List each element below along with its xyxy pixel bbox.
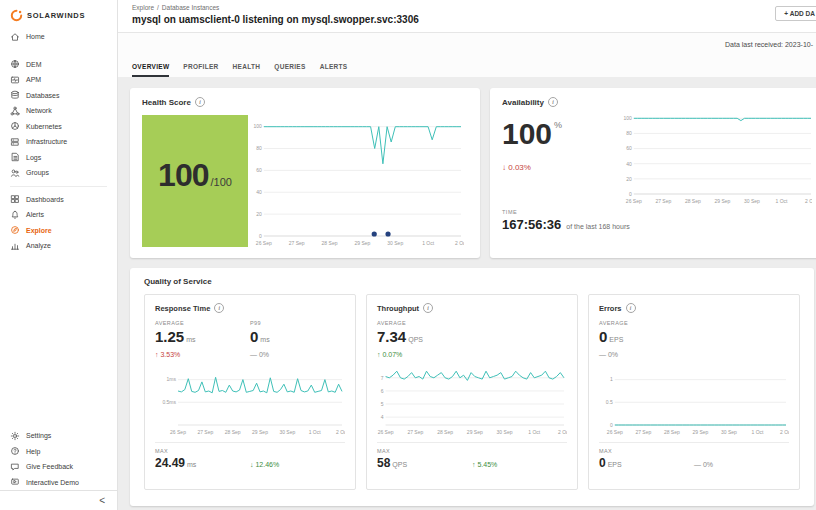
main-area: Explore / Database Instances mysql on ua…: [118, 0, 816, 510]
sidebar-item-explore[interactable]: Explore: [0, 223, 117, 239]
average-label: AVERAGE: [599, 320, 694, 326]
throughput-average: 7.34QPS: [377, 328, 472, 345]
sidebar-item-give-feedback[interactable]: Give Feedback: [0, 459, 117, 475]
sidebar-item-analyze[interactable]: Analyze: [0, 238, 117, 254]
svg-text:0: 0: [629, 191, 632, 197]
sidebar-item-label: Kubernetes: [26, 123, 62, 130]
availability-delta: ↓ 0.03%: [502, 163, 618, 172]
document-icon: [10, 152, 20, 162]
sidebar-item-label: Home: [26, 33, 45, 40]
response-time-panel: Response Time i AVERAGE P99 1.25ms 0ms: [144, 294, 356, 490]
sidebar-item-home[interactable]: Home: [0, 29, 117, 45]
breadcrumb-explore[interactable]: Explore: [132, 4, 154, 11]
svg-text:4: 4: [381, 414, 384, 420]
tab-profiler[interactable]: PROFILER: [183, 63, 218, 77]
svg-text:0.5: 0.5: [606, 399, 613, 405]
info-icon[interactable]: i: [548, 97, 558, 107]
svg-text:60: 60: [256, 167, 262, 173]
max-label: MAX: [599, 448, 789, 454]
sidebar-item-label: Analyze: [26, 242, 51, 249]
sidebar: SOLARWINDS Home DEM APM Databases Networ…: [0, 0, 118, 510]
response-time-p99: 0ms: [250, 328, 345, 345]
sidebar-item-label: Interactive Demo: [26, 479, 79, 486]
svg-text:29 Sep: 29 Sep: [252, 429, 268, 435]
svg-text:60: 60: [626, 145, 632, 151]
svg-text:27 Sep: 27 Sep: [197, 429, 213, 435]
sidebar-item-settings[interactable]: Settings: [0, 428, 117, 444]
sidebar-item-help[interactable]: Help: [0, 444, 117, 460]
breadcrumb-database-instances[interactable]: Database Instances: [162, 4, 219, 11]
sidebar-item-label: DEM: [26, 61, 42, 68]
network-icon: [10, 106, 20, 116]
quality-of-service-card: Quality of Service Response Time i AVERA…: [130, 268, 814, 506]
svg-text:40: 40: [256, 189, 262, 195]
availability-card: Availability i 100% ↓ 0.03% 100806040200…: [490, 88, 816, 258]
svg-text:27 Sep: 27 Sep: [407, 429, 423, 435]
svg-text:26 Sep: 26 Sep: [170, 429, 186, 435]
logo-text: SOLARWINDS: [27, 11, 85, 20]
availability-chart: 10080604020026 Sep27 Sep28 Sep29 Sep30 S…: [618, 109, 812, 205]
sidebar-item-interactive-demo[interactable]: Interactive Demo: [0, 475, 117, 491]
sidebar-item-infrastructure[interactable]: Infrastructure: [0, 134, 117, 150]
sidebar-item-logs[interactable]: Logs: [0, 150, 117, 166]
server-icon: [10, 137, 20, 147]
svg-text:0: 0: [610, 422, 613, 428]
sidebar-collapse-button[interactable]: <: [0, 490, 117, 510]
sidebar-item-databases[interactable]: Databases: [0, 88, 117, 104]
sidebar-item-label: Give Feedback: [26, 463, 73, 470]
sidebar-item-label: APM: [26, 76, 41, 83]
sidebar-item-dashboards[interactable]: Dashboards: [0, 192, 117, 208]
feedback-bubble-icon: [10, 462, 20, 472]
svg-text:100: 100: [623, 115, 632, 121]
tab-overview[interactable]: OVERVIEW: [132, 63, 169, 77]
svg-text:1ms: 1ms: [167, 376, 177, 382]
sidebar-item-kubernetes[interactable]: Kubernetes: [0, 119, 117, 135]
svg-text:26 Sep: 26 Sep: [256, 240, 272, 246]
info-icon[interactable]: i: [195, 97, 205, 107]
tab-health[interactable]: HEALTH: [233, 63, 261, 77]
unit-ms: ms: [187, 461, 196, 468]
p99-label: P99: [250, 320, 345, 326]
gear-icon: [10, 431, 20, 441]
unit-ms: ms: [186, 336, 195, 343]
errors-chart: 10.5026 Sep27 Sep28 Sep29 Sep30 Sep1 Oct…: [599, 362, 789, 436]
availability-unit: %: [554, 120, 562, 130]
add-database-button[interactable]: + ADD DA: [775, 6, 816, 21]
svg-text:2 Oct: 2 Oct: [805, 198, 812, 204]
svg-text:30 Sep: 30 Sep: [279, 429, 295, 435]
svg-text:27 Sep: 27 Sep: [289, 240, 305, 246]
svg-text:27 Sep: 27 Sep: [655, 198, 671, 204]
svg-text:0: 0: [259, 233, 262, 239]
unit-eps: EPS: [609, 336, 623, 343]
sidebar-item-label: Explore: [26, 227, 52, 234]
sidebar-item-groups[interactable]: Groups: [0, 165, 117, 181]
sidebar-item-alerts[interactable]: Alerts: [0, 207, 117, 223]
home-icon: [10, 32, 20, 42]
tab-queries[interactable]: QUERIES: [274, 63, 305, 77]
info-icon[interactable]: i: [423, 303, 433, 313]
svg-text:29 Sep: 29 Sep: [692, 429, 708, 435]
info-icon[interactable]: i: [626, 303, 636, 313]
tab-alerts[interactable]: ALERTS: [320, 63, 348, 77]
svg-text:1 Oct: 1 Oct: [528, 429, 541, 435]
throughput-max-delta: ↑ 5.45%: [472, 461, 567, 468]
sidebar-item-apm[interactable]: APM: [0, 72, 117, 88]
svg-text:26 Sep: 26 Sep: [378, 429, 394, 435]
info-icon[interactable]: i: [214, 303, 224, 313]
sidebar-item-label: Settings: [26, 432, 51, 439]
sidebar-item-dem[interactable]: DEM: [0, 57, 117, 73]
svg-text:20: 20: [626, 176, 632, 182]
sidebar-item-label: Help: [26, 448, 40, 455]
app-window: SOLARWINDS Home DEM APM Databases Networ…: [0, 0, 816, 510]
sidebar-item-label: Logs: [26, 154, 41, 161]
help-icon: [10, 446, 20, 456]
throughput-panel: Throughput i AVERAGE 7.34QPS ↑ 0.07% 765…: [366, 294, 578, 490]
sidebar-item-network[interactable]: Network: [0, 103, 117, 119]
dashboard-grid-icon: [10, 194, 20, 204]
sidebar-item-label: Alerts: [26, 211, 44, 218]
svg-text:28 Sep: 28 Sep: [322, 240, 338, 246]
solarwinds-logo[interactable]: SOLARWINDS: [0, 0, 117, 29]
svg-text:30 Sep: 30 Sep: [721, 429, 737, 435]
health-score-card: Health Score i 100 /100 10080604020026 S…: [130, 88, 480, 258]
uptime-caption: of the last 168 hours: [566, 223, 629, 230]
